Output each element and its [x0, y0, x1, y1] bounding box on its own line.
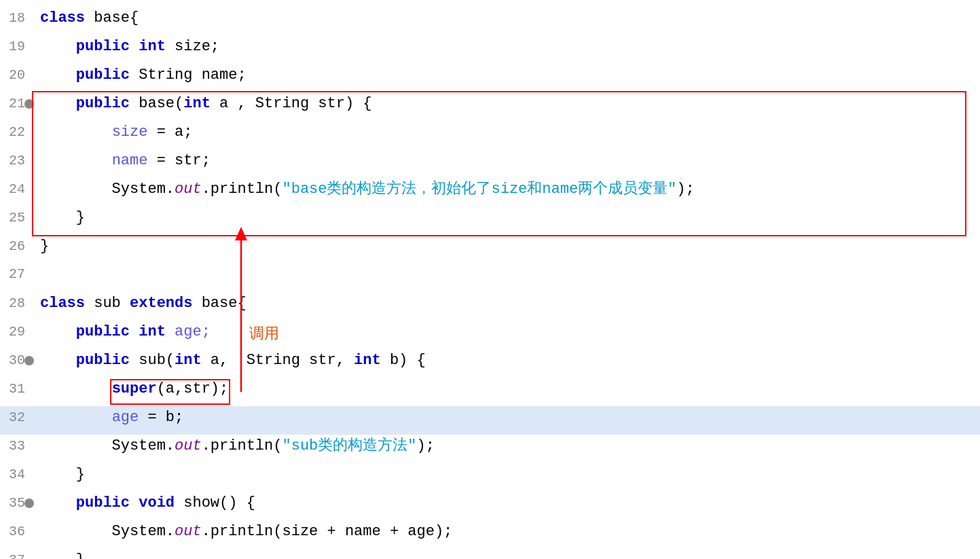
code-line: 19 public int size;	[0, 35, 980, 64]
line-number: 22	[0, 122, 37, 143]
code-token	[40, 352, 76, 369]
line-number: 21	[0, 93, 37, 114]
line-code: System.out.println(size + name + age);	[37, 520, 980, 543]
code-token: public	[76, 352, 139, 369]
line-number: 35	[0, 492, 37, 513]
code-token: = b;	[139, 409, 183, 426]
code-token: age;	[175, 323, 211, 340]
code-token: .println(size + name + age);	[202, 523, 453, 540]
code-line: 27	[0, 264, 980, 292]
code-line: 37 }	[0, 549, 980, 559]
line-code: name = str;	[37, 149, 980, 173]
code-token: );	[417, 437, 435, 454]
code-token: public	[76, 67, 139, 84]
code-token: size	[112, 124, 148, 141]
code-token: super	[112, 380, 157, 397]
code-line: 25 }	[0, 206, 980, 235]
code-token: out	[175, 523, 202, 540]
line-number: 29	[0, 321, 37, 342]
line-code: }	[37, 549, 980, 559]
code-token: "base类的构造方法，初始化了size和name两个成员变量"	[282, 181, 676, 198]
line-code: public String name;	[37, 64, 980, 87]
code-token: = str;	[147, 152, 210, 169]
code-line: 32 age = b;	[0, 406, 980, 435]
code-token: }	[40, 466, 85, 483]
code-token: show() {	[183, 494, 255, 511]
code-token: class	[40, 10, 94, 26]
line-number: 37	[0, 549, 37, 559]
code-token	[40, 409, 112, 426]
code-token: .println(	[202, 181, 283, 198]
code-line: 24 System.out.println("base类的构造方法，初始化了si…	[0, 178, 980, 206]
code-token: System.	[40, 181, 175, 198]
code-line: 30 public sub(int a, String str, int b) …	[0, 349, 980, 378]
line-code: }	[37, 463, 980, 486]
code-line: 18class base{	[0, 7, 980, 35]
code-token: sub(	[139, 352, 175, 369]
collapse-icon[interactable]	[24, 499, 34, 508]
code-token: int	[183, 95, 219, 112]
line-number: 33	[0, 435, 37, 456]
line-number: 27	[0, 264, 37, 285]
code-token	[40, 152, 112, 169]
code-line: 28class sub extends base{	[0, 292, 980, 321]
code-token: System.	[40, 437, 175, 454]
line-number: 25	[0, 207, 37, 228]
line-code: age = b;	[37, 406, 980, 429]
code-token: "sub类的构造方法"	[282, 437, 416, 454]
collapse-icon[interactable]	[24, 356, 34, 365]
line-number: 20	[0, 65, 37, 86]
code-token: (a,str);	[157, 380, 229, 397]
code-token: public	[76, 323, 139, 340]
code-line: 36 System.out.println(size + name + age)…	[0, 520, 980, 549]
code-token: String	[139, 67, 201, 84]
code-token: out	[175, 181, 202, 198]
line-number: 24	[0, 179, 37, 200]
line-code: public base(int a , String str) {	[37, 92, 980, 115]
code-token: size;	[175, 38, 219, 55]
line-number: 34	[0, 464, 37, 485]
code-line: 31 super(a,str);	[0, 378, 980, 406]
code-line: 35 public void show() {	[0, 492, 980, 520]
code-token: sub	[94, 295, 130, 312]
code-line: 20 public String name;	[0, 64, 980, 92]
code-token: name;	[202, 67, 247, 84]
code-token: void	[139, 494, 183, 511]
line-code: public int size;	[37, 35, 980, 58]
line-code: class sub extends base{	[37, 292, 980, 315]
line-code: System.out.println("sub类的构造方法");	[37, 435, 980, 458]
code-token: extends	[130, 295, 202, 312]
code-token: int	[139, 38, 175, 55]
line-code: }	[37, 206, 980, 230]
code-line: 23 name = str;	[0, 149, 980, 178]
code-token: = a;	[147, 124, 192, 141]
line-code: public sub(int a, String str, int b) {	[37, 349, 980, 372]
code-token: age	[112, 409, 139, 426]
code-token: .println(	[202, 437, 283, 454]
code-token: name	[112, 152, 148, 169]
line-number: 32	[0, 407, 37, 428]
code-token	[40, 124, 112, 141]
code-line: 33 System.out.println("sub类的构造方法");	[0, 435, 980, 463]
code-token: );	[676, 181, 694, 198]
code-token	[40, 494, 76, 511]
line-code: size = a;	[37, 121, 980, 144]
code-token	[40, 323, 76, 340]
code-token: class	[40, 295, 94, 312]
line-code: public void show() {	[37, 492, 980, 515]
code-token: public	[76, 38, 139, 55]
code-token	[40, 38, 76, 55]
code-token	[40, 67, 76, 84]
line-number: 19	[0, 36, 37, 57]
code-line: 22 size = a;	[0, 121, 980, 149]
line-number: 31	[0, 378, 37, 399]
code-token	[40, 95, 76, 112]
line-number: 36	[0, 521, 37, 542]
code-token: b) {	[390, 352, 426, 369]
line-code: System.out.println("base类的构造方法，初始化了size和…	[37, 178, 980, 201]
collapse-icon[interactable]	[24, 99, 34, 109]
code-token: public	[76, 494, 139, 511]
code-token: out	[175, 437, 202, 454]
code-token: base{	[94, 10, 139, 26]
code-line: 34 }	[0, 463, 980, 492]
